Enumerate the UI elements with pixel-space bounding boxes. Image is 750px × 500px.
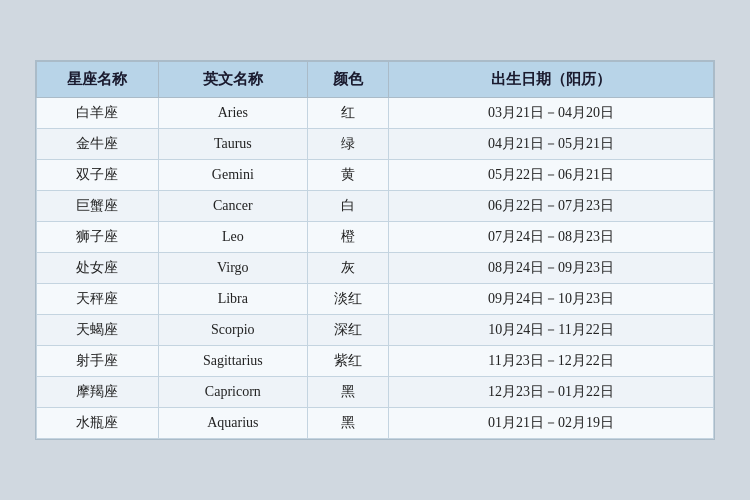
cell-zh-name: 射手座 [37, 346, 159, 377]
cell-zh-name: 天蝎座 [37, 315, 159, 346]
table-header-row: 星座名称 英文名称 颜色 出生日期（阳历） [37, 62, 714, 98]
cell-date: 01月21日－02月19日 [389, 408, 714, 439]
table-row: 处女座Virgo灰08月24日－09月23日 [37, 253, 714, 284]
cell-color: 黑 [307, 408, 388, 439]
cell-en-name: Capricorn [158, 377, 307, 408]
cell-color: 紫红 [307, 346, 388, 377]
cell-color: 黄 [307, 160, 388, 191]
cell-color: 灰 [307, 253, 388, 284]
cell-zh-name: 狮子座 [37, 222, 159, 253]
cell-color: 白 [307, 191, 388, 222]
cell-en-name: Scorpio [158, 315, 307, 346]
cell-color: 深红 [307, 315, 388, 346]
cell-zh-name: 处女座 [37, 253, 159, 284]
table-row: 巨蟹座Cancer白06月22日－07月23日 [37, 191, 714, 222]
cell-en-name: Aries [158, 98, 307, 129]
cell-date: 07月24日－08月23日 [389, 222, 714, 253]
cell-en-name: Libra [158, 284, 307, 315]
cell-color: 绿 [307, 129, 388, 160]
table-row: 射手座Sagittarius紫红11月23日－12月22日 [37, 346, 714, 377]
cell-color: 黑 [307, 377, 388, 408]
cell-date: 06月22日－07月23日 [389, 191, 714, 222]
cell-date: 11月23日－12月22日 [389, 346, 714, 377]
zodiac-table: 星座名称 英文名称 颜色 出生日期（阳历） 白羊座Aries红03月21日－04… [36, 61, 714, 439]
cell-zh-name: 水瓶座 [37, 408, 159, 439]
cell-en-name: Taurus [158, 129, 307, 160]
header-zh-name: 星座名称 [37, 62, 159, 98]
cell-zh-name: 金牛座 [37, 129, 159, 160]
cell-en-name: Gemini [158, 160, 307, 191]
header-en-name: 英文名称 [158, 62, 307, 98]
cell-date: 09月24日－10月23日 [389, 284, 714, 315]
table-row: 金牛座Taurus绿04月21日－05月21日 [37, 129, 714, 160]
cell-color: 橙 [307, 222, 388, 253]
cell-color: 红 [307, 98, 388, 129]
cell-zh-name: 双子座 [37, 160, 159, 191]
cell-zh-name: 天秤座 [37, 284, 159, 315]
cell-date: 03月21日－04月20日 [389, 98, 714, 129]
table-row: 狮子座Leo橙07月24日－08月23日 [37, 222, 714, 253]
table-row: 天蝎座Scorpio深红10月24日－11月22日 [37, 315, 714, 346]
table-row: 白羊座Aries红03月21日－04月20日 [37, 98, 714, 129]
zodiac-table-container: 星座名称 英文名称 颜色 出生日期（阳历） 白羊座Aries红03月21日－04… [35, 60, 715, 440]
cell-zh-name: 摩羯座 [37, 377, 159, 408]
cell-date: 04月21日－05月21日 [389, 129, 714, 160]
table-row: 水瓶座Aquarius黑01月21日－02月19日 [37, 408, 714, 439]
header-birthday: 出生日期（阳历） [389, 62, 714, 98]
cell-date: 08月24日－09月23日 [389, 253, 714, 284]
table-row: 摩羯座Capricorn黑12月23日－01月22日 [37, 377, 714, 408]
table-row: 天秤座Libra淡红09月24日－10月23日 [37, 284, 714, 315]
cell-date: 12月23日－01月22日 [389, 377, 714, 408]
header-color: 颜色 [307, 62, 388, 98]
cell-zh-name: 白羊座 [37, 98, 159, 129]
cell-en-name: Virgo [158, 253, 307, 284]
cell-en-name: Aquarius [158, 408, 307, 439]
cell-date: 10月24日－11月22日 [389, 315, 714, 346]
cell-date: 05月22日－06月21日 [389, 160, 714, 191]
cell-color: 淡红 [307, 284, 388, 315]
cell-en-name: Leo [158, 222, 307, 253]
cell-zh-name: 巨蟹座 [37, 191, 159, 222]
cell-en-name: Cancer [158, 191, 307, 222]
cell-en-name: Sagittarius [158, 346, 307, 377]
table-row: 双子座Gemini黄05月22日－06月21日 [37, 160, 714, 191]
